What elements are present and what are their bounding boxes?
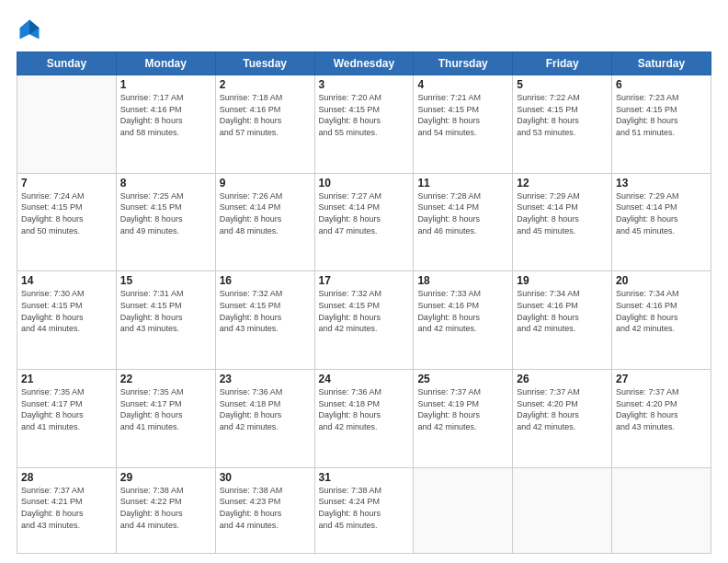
week-row-4: 21Sunrise: 7:35 AMSunset: 4:17 PMDayligh… — [17, 370, 711, 468]
day-cell: 29Sunrise: 7:38 AMSunset: 4:22 PMDayligh… — [116, 467, 215, 553]
day-cell: 11Sunrise: 7:28 AMSunset: 4:14 PMDayligh… — [414, 173, 513, 271]
day-cell: 23Sunrise: 7:36 AMSunset: 4:18 PMDayligh… — [215, 370, 314, 468]
day-number: 26 — [517, 373, 608, 385]
day-cell: 20Sunrise: 7:34 AMSunset: 4:16 PMDayligh… — [612, 271, 711, 370]
day-cell: 22Sunrise: 7:35 AMSunset: 4:17 PMDayligh… — [116, 370, 215, 468]
day-cell: 6Sunrise: 7:23 AMSunset: 4:15 PMDaylight… — [612, 75, 711, 174]
day-cell: 5Sunrise: 7:22 AMSunset: 4:15 PMDaylight… — [513, 75, 612, 174]
cell-info: Sunrise: 7:27 AMSunset: 4:14 PMDaylight:… — [319, 190, 410, 236]
day-cell — [17, 75, 117, 174]
day-number: 13 — [616, 177, 707, 190]
day-number: 19 — [517, 274, 608, 287]
weekday-header-thursday: Thursday — [414, 52, 513, 75]
cell-info: Sunrise: 7:37 AMSunset: 4:21 PMDaylight:… — [21, 485, 112, 531]
cell-info: Sunrise: 7:21 AMSunset: 4:15 PMDaylight:… — [417, 92, 508, 138]
cell-info: Sunrise: 7:24 AMSunset: 4:15 PMDaylight:… — [21, 190, 112, 236]
day-number: 28 — [21, 471, 112, 484]
week-row-5: 28Sunrise: 7:37 AMSunset: 4:21 PMDayligh… — [17, 467, 711, 553]
day-cell: 3Sunrise: 7:20 AMSunset: 4:15 PMDaylight… — [314, 75, 414, 174]
calendar-table: SundayMondayTuesdayWednesdayThursdayFrid… — [17, 52, 711, 554]
cell-info: Sunrise: 7:23 AMSunset: 4:15 PMDaylight:… — [616, 92, 707, 138]
day-cell: 16Sunrise: 7:32 AMSunset: 4:15 PMDayligh… — [215, 271, 314, 370]
cell-info: Sunrise: 7:30 AMSunset: 4:15 PMDaylight:… — [21, 288, 112, 334]
day-cell: 27Sunrise: 7:37 AMSunset: 4:20 PMDayligh… — [612, 370, 711, 468]
day-number: 18 — [417, 274, 508, 287]
cell-info: Sunrise: 7:38 AMSunset: 4:22 PMDaylight:… — [120, 485, 211, 531]
day-cell: 13Sunrise: 7:29 AMSunset: 4:14 PMDayligh… — [612, 173, 711, 271]
day-number: 8 — [120, 177, 211, 190]
day-number: 22 — [120, 373, 211, 385]
day-number: 23 — [220, 373, 311, 385]
cell-info: Sunrise: 7:32 AMSunset: 4:15 PMDaylight:… — [220, 288, 311, 334]
page: SundayMondayTuesdayWednesdayThursdayFrid… — [0, 0, 728, 563]
week-row-3: 14Sunrise: 7:30 AMSunset: 4:15 PMDayligh… — [17, 271, 711, 370]
day-cell: 31Sunrise: 7:38 AMSunset: 4:24 PMDayligh… — [314, 467, 414, 553]
cell-info: Sunrise: 7:37 AMSunset: 4:20 PMDaylight:… — [616, 386, 707, 432]
day-cell: 19Sunrise: 7:34 AMSunset: 4:16 PMDayligh… — [513, 271, 612, 370]
day-number: 20 — [616, 274, 707, 287]
cell-info: Sunrise: 7:25 AMSunset: 4:15 PMDaylight:… — [120, 190, 211, 236]
day-number: 21 — [21, 373, 112, 385]
day-number: 27 — [616, 373, 707, 385]
cell-info: Sunrise: 7:29 AMSunset: 4:14 PMDaylight:… — [517, 190, 608, 236]
day-number: 5 — [517, 78, 608, 91]
logo — [17, 17, 46, 42]
cell-info: Sunrise: 7:34 AMSunset: 4:16 PMDaylight:… — [517, 288, 608, 334]
day-number: 1 — [120, 78, 211, 91]
day-number: 4 — [417, 78, 508, 91]
weekday-header-monday: Monday — [116, 52, 215, 75]
day-cell: 2Sunrise: 7:18 AMSunset: 4:16 PMDaylight… — [215, 75, 314, 174]
weekday-header-tuesday: Tuesday — [215, 52, 314, 75]
day-cell: 24Sunrise: 7:36 AMSunset: 4:18 PMDayligh… — [314, 370, 414, 468]
weekday-header-friday: Friday — [513, 52, 612, 75]
cell-info: Sunrise: 7:29 AMSunset: 4:14 PMDaylight:… — [616, 190, 707, 236]
cell-info: Sunrise: 7:35 AMSunset: 4:17 PMDaylight:… — [120, 386, 211, 432]
day-number: 30 — [220, 471, 311, 484]
weekday-header-sunday: Sunday — [17, 52, 117, 75]
cell-info: Sunrise: 7:38 AMSunset: 4:24 PMDaylight:… — [319, 485, 410, 531]
day-number: 12 — [517, 177, 608, 190]
day-cell: 9Sunrise: 7:26 AMSunset: 4:14 PMDaylight… — [215, 173, 314, 271]
day-cell: 26Sunrise: 7:37 AMSunset: 4:20 PMDayligh… — [513, 370, 612, 468]
cell-info: Sunrise: 7:37 AMSunset: 4:20 PMDaylight:… — [517, 386, 608, 432]
logo-icon — [17, 17, 42, 42]
day-cell: 1Sunrise: 7:17 AMSunset: 4:16 PMDaylight… — [116, 75, 215, 174]
cell-info: Sunrise: 7:26 AMSunset: 4:14 PMDaylight:… — [220, 190, 311, 236]
header — [17, 17, 711, 42]
day-number: 25 — [417, 373, 508, 385]
day-cell: 17Sunrise: 7:32 AMSunset: 4:15 PMDayligh… — [314, 271, 414, 370]
day-cell: 18Sunrise: 7:33 AMSunset: 4:16 PMDayligh… — [414, 271, 513, 370]
cell-info: Sunrise: 7:17 AMSunset: 4:16 PMDaylight:… — [120, 92, 211, 138]
day-cell: 15Sunrise: 7:31 AMSunset: 4:15 PMDayligh… — [116, 271, 215, 370]
day-number: 17 — [319, 274, 410, 287]
day-number: 24 — [319, 373, 410, 385]
cell-info: Sunrise: 7:34 AMSunset: 4:16 PMDaylight:… — [616, 288, 707, 334]
week-row-1: 1Sunrise: 7:17 AMSunset: 4:16 PMDaylight… — [17, 75, 711, 174]
day-number: 11 — [417, 177, 508, 190]
day-cell: 21Sunrise: 7:35 AMSunset: 4:17 PMDayligh… — [17, 370, 117, 468]
weekday-header-row: SundayMondayTuesdayWednesdayThursdayFrid… — [17, 52, 711, 75]
day-cell: 7Sunrise: 7:24 AMSunset: 4:15 PMDaylight… — [17, 173, 117, 271]
day-cell: 25Sunrise: 7:37 AMSunset: 4:19 PMDayligh… — [414, 370, 513, 468]
day-number: 9 — [220, 177, 311, 190]
weekday-header-wednesday: Wednesday — [314, 52, 414, 75]
day-cell: 12Sunrise: 7:29 AMSunset: 4:14 PMDayligh… — [513, 173, 612, 271]
day-number: 16 — [220, 274, 311, 287]
day-cell: 28Sunrise: 7:37 AMSunset: 4:21 PMDayligh… — [17, 467, 117, 553]
cell-info: Sunrise: 7:36 AMSunset: 4:18 PMDaylight:… — [319, 386, 410, 432]
day-cell — [612, 467, 711, 553]
week-row-2: 7Sunrise: 7:24 AMSunset: 4:15 PMDaylight… — [17, 173, 711, 271]
cell-info: Sunrise: 7:31 AMSunset: 4:15 PMDaylight:… — [120, 288, 211, 334]
day-number: 2 — [220, 78, 311, 91]
cell-info: Sunrise: 7:35 AMSunset: 4:17 PMDaylight:… — [21, 386, 112, 432]
cell-info: Sunrise: 7:18 AMSunset: 4:16 PMDaylight:… — [220, 92, 311, 138]
day-cell: 14Sunrise: 7:30 AMSunset: 4:15 PMDayligh… — [17, 271, 117, 370]
day-cell — [513, 467, 612, 553]
day-cell: 30Sunrise: 7:38 AMSunset: 4:23 PMDayligh… — [215, 467, 314, 553]
cell-info: Sunrise: 7:28 AMSunset: 4:14 PMDaylight:… — [417, 190, 508, 236]
day-number: 7 — [21, 177, 112, 190]
weekday-header-saturday: Saturday — [612, 52, 711, 75]
day-number: 14 — [21, 274, 112, 287]
day-number: 31 — [319, 471, 410, 484]
day-number: 15 — [120, 274, 211, 287]
